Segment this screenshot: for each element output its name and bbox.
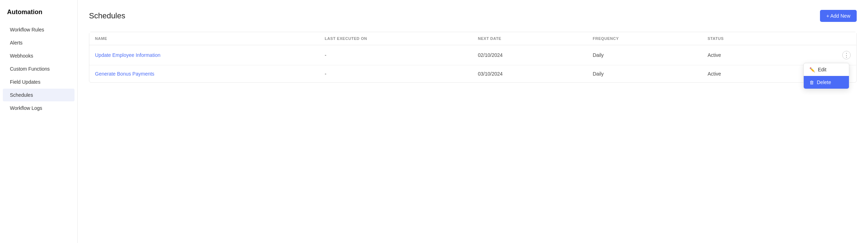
page-title: Schedules — [89, 11, 125, 20]
row-2-last-executed: - — [325, 71, 478, 77]
row-1-next-date: 02/10/2024 — [478, 52, 593, 58]
col-header-name: NAME — [95, 36, 325, 41]
table-row: Generate Bonus Payments - 03/10/2024 Dai… — [89, 65, 856, 82]
schedules-table: NAME LAST EXECUTED ON NEXT DATE FREQUENC… — [89, 32, 857, 83]
row-1-last-executed: - — [325, 52, 478, 58]
col-header-last-executed: LAST EXECUTED ON — [325, 36, 478, 41]
sidebar-item-field-updates[interactable]: Field Updates — [3, 76, 75, 88]
edit-icon — [809, 67, 815, 72]
col-header-actions — [822, 36, 851, 41]
add-new-button[interactable]: + Add New — [820, 10, 857, 22]
context-menu-delete[interactable]: Delete — [804, 76, 849, 89]
sidebar-item-alerts[interactable]: Alerts — [3, 36, 75, 49]
row-1-status: Active — [708, 52, 822, 58]
row-2-frequency: Daily — [593, 71, 707, 77]
sidebar-item-webhooks[interactable]: Webhooks — [3, 49, 75, 62]
col-header-frequency: FREQUENCY — [593, 36, 707, 41]
col-header-next-date: NEXT DATE — [478, 36, 593, 41]
context-menu-delete-label: Delete — [817, 79, 831, 85]
context-menu-edit-label: Edit — [818, 67, 826, 72]
context-menu: Edit Delete — [803, 63, 849, 89]
col-header-status: STATUS — [708, 36, 822, 41]
row-2-next-date: 03/10/2024 — [478, 71, 593, 77]
row-1-actions: ⋮ Edit Delete — [822, 51, 851, 59]
row-1-more-button[interactable]: ⋮ — [842, 51, 851, 59]
sidebar-item-custom-functions[interactable]: Custom Functions — [3, 63, 75, 75]
sidebar-item-workflow-rules[interactable]: Workflow Rules — [3, 23, 75, 36]
table-row: Update Employee Information - 02/10/2024… — [89, 45, 856, 65]
row-1-name[interactable]: Update Employee Information — [95, 52, 325, 58]
context-menu-edit[interactable]: Edit — [804, 63, 849, 76]
table-header: NAME LAST EXECUTED ON NEXT DATE FREQUENC… — [89, 32, 856, 45]
delete-icon — [809, 79, 814, 85]
sidebar-title: Automation — [0, 8, 77, 23]
sidebar-item-schedules[interactable]: Schedules — [3, 89, 75, 101]
row-1-frequency: Daily — [593, 52, 707, 58]
sidebar-item-workflow-logs[interactable]: Workflow Logs — [3, 102, 75, 114]
main-header: Schedules + Add New — [89, 10, 857, 22]
main-content: Schedules + Add New NAME LAST EXECUTED O… — [78, 0, 868, 243]
row-2-name[interactable]: Generate Bonus Payments — [95, 71, 325, 77]
sidebar: Automation Workflow Rules Alerts Webhook… — [0, 0, 78, 243]
